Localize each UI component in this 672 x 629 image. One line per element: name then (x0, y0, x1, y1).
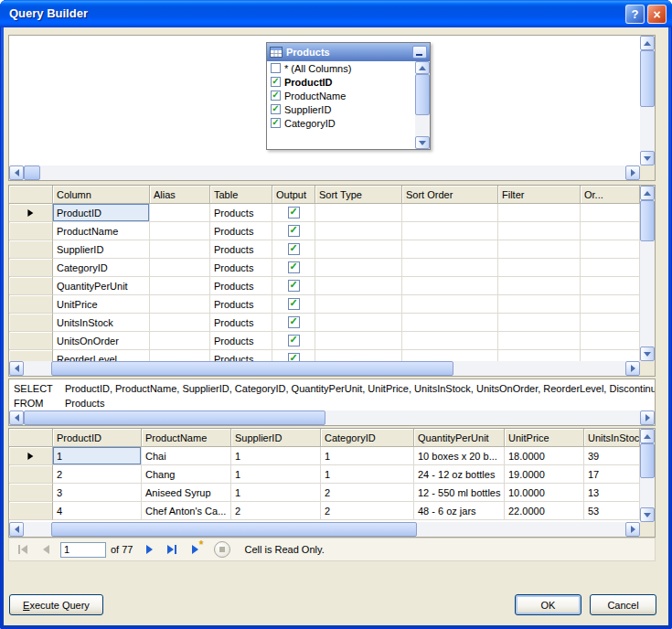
sort-type-cell[interactable] (315, 314, 402, 332)
checkbox[interactable] (271, 63, 281, 73)
output-cell[interactable] (272, 204, 315, 222)
scroll-up-button[interactable] (415, 61, 430, 74)
help-button[interactable]: ? (625, 5, 645, 24)
filter-cell[interactable] (498, 350, 581, 361)
list-item[interactable]: CategoryID (267, 116, 415, 130)
output-cell[interactable] (272, 314, 315, 332)
checkbox[interactable] (271, 118, 281, 128)
scroll-up-button[interactable] (640, 429, 655, 443)
sort-type-cell[interactable] (315, 204, 402, 222)
result-cell[interactable]: 10 boxes x 20 b... (414, 447, 505, 465)
result-cell[interactable]: Chef Anton's Ca... (142, 502, 231, 520)
sort-order-cell[interactable] (402, 350, 498, 361)
result-cell[interactable]: 19.0000 (505, 465, 584, 484)
row-selector[interactable] (9, 240, 53, 259)
scrollbar-thumb[interactable] (24, 165, 40, 180)
diagram-horizontal-scrollbar[interactable] (9, 165, 640, 180)
sql-pane[interactable]: SELECT ProductID, ProductName, SupplierI… (8, 378, 656, 426)
output-checkbox[interactable] (288, 243, 300, 255)
column-cell[interactable]: ProductName (53, 222, 150, 240)
sort-type-header[interactable]: Sort Type (315, 186, 402, 204)
output-cell[interactable] (272, 277, 315, 295)
alias-header[interactable]: Alias (150, 186, 210, 204)
sort-type-cell[interactable] (315, 350, 402, 361)
output-checkbox[interactable] (288, 335, 300, 346)
sort-type-cell[interactable] (315, 295, 402, 314)
scrollbar-track[interactable] (24, 522, 625, 537)
ok-button[interactable]: OK (515, 594, 581, 615)
row-selector[interactable] (9, 277, 53, 295)
filter-cell[interactable] (498, 332, 581, 350)
sort-order-cell[interactable] (402, 204, 498, 222)
scroll-right-button[interactable] (640, 410, 655, 425)
list-item[interactable]: * (All Columns) (267, 61, 415, 75)
scroll-up-button[interactable] (640, 186, 655, 200)
table-cell[interactable]: Products (210, 295, 272, 314)
column-header[interactable]: Column (53, 186, 150, 204)
criteria-vertical-scrollbar[interactable] (640, 186, 655, 361)
sort-type-cell[interactable] (315, 222, 402, 240)
scrollbar-thumb[interactable] (51, 522, 417, 537)
table-cell[interactable]: Products (210, 277, 272, 295)
sort-order-cell[interactable] (402, 314, 498, 332)
products-table-header[interactable]: Products (267, 43, 430, 61)
column-cell[interactable]: UnitPrice (53, 295, 150, 314)
output-cell[interactable] (272, 332, 315, 350)
or-cell[interactable] (581, 259, 640, 277)
scrollbar-thumb[interactable] (51, 361, 453, 376)
or-cell[interactable] (581, 350, 640, 361)
or-cell[interactable] (581, 314, 640, 332)
scrollbar-thumb[interactable] (415, 74, 430, 115)
row-selector[interactable] (9, 259, 53, 277)
table-window-scrollbar[interactable] (415, 61, 430, 149)
or-cell[interactable] (581, 240, 640, 259)
table-cell[interactable]: Products (210, 314, 272, 332)
result-cell[interactable]: 2 (321, 484, 414, 502)
sort-order-cell[interactable] (402, 240, 498, 259)
result-cell[interactable]: 1 (321, 465, 414, 484)
table-header[interactable]: Table (210, 186, 272, 204)
scrollbar-track[interactable] (640, 443, 655, 507)
row-selector[interactable] (9, 222, 53, 240)
sort-order-cell[interactable] (402, 222, 498, 240)
quantityperunit-header[interactable]: QuantityPerUnit (414, 429, 505, 447)
checkbox[interactable] (271, 104, 281, 114)
execute-query-button[interactable]: Execute Query (9, 594, 103, 615)
result-cell[interactable]: 2 (231, 502, 321, 520)
result-cell[interactable]: 10.0000 (505, 484, 584, 502)
sort-type-cell[interactable] (315, 259, 402, 277)
corner-header[interactable] (9, 429, 53, 447)
corner-header[interactable] (9, 186, 53, 204)
scroll-left-button[interactable] (9, 410, 24, 425)
minimize-button[interactable] (412, 46, 427, 59)
productid-header[interactable]: ProductID (53, 429, 142, 447)
filter-header[interactable]: Filter (498, 186, 581, 204)
scrollbar-track[interactable] (24, 165, 625, 180)
scroll-left-button[interactable] (9, 165, 24, 180)
output-header[interactable]: Output (272, 186, 315, 204)
scrollbar-thumb[interactable] (640, 50, 655, 107)
products-table-window[interactable]: Products * (All Columns) ProductID (266, 42, 431, 150)
diagram-canvas[interactable]: Products * (All Columns) ProductID (9, 36, 640, 165)
sort-order-cell[interactable] (402, 259, 498, 277)
table-cell[interactable]: Products (210, 259, 272, 277)
list-item[interactable]: SupplierID (267, 102, 415, 116)
scrollbar-thumb[interactable] (640, 200, 655, 241)
supplierid-header[interactable]: SupplierID (231, 429, 321, 447)
alias-cell[interactable] (150, 204, 210, 222)
record-position-input[interactable] (60, 542, 106, 558)
column-cell[interactable]: SupplierID (53, 240, 150, 259)
alias-cell[interactable] (150, 240, 210, 259)
scrollbar-track[interactable] (640, 50, 655, 151)
categoryid-header[interactable]: CategoryID (321, 429, 414, 447)
result-cell[interactable]: Chai (142, 447, 231, 465)
column-cell[interactable]: CategoryID (53, 259, 150, 277)
productname-header[interactable]: ProductName (142, 429, 231, 447)
output-cell[interactable] (272, 295, 315, 314)
filter-cell[interactable] (498, 222, 581, 240)
scrollbar-track[interactable] (24, 410, 640, 425)
cancel-query-button[interactable] (214, 541, 230, 558)
column-cell[interactable]: ProductID (53, 204, 150, 222)
table-cell[interactable]: Products (210, 222, 272, 240)
list-item[interactable]: ProductName (267, 89, 415, 102)
